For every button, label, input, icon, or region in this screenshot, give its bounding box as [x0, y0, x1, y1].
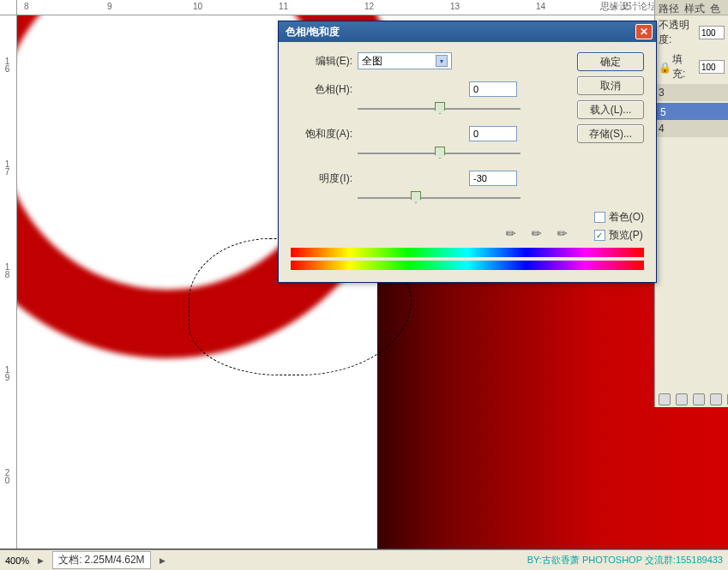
tab-path[interactable]: 路径 — [659, 2, 679, 13]
layer-badge: 3 — [659, 87, 665, 99]
edit-label: 编辑(E): — [291, 54, 352, 69]
dialog-title: 色相/饱和度 — [282, 25, 340, 39]
dialog-body: 编辑(E): 全图 ▾ 色相(H): 饱和度(A): 明度(I): — [279, 42, 656, 282]
hue-bar-bottom — [291, 261, 644, 270]
hue-saturation-dialog: 色相/饱和度 ✕ 编辑(E): 全图 ▾ 色相(H): 饱和度(A): — [278, 21, 657, 283]
checkbox-group: 着色(O) ✓ 预览(P) — [594, 210, 644, 246]
eyedropper-icon[interactable]: ✎ — [500, 222, 521, 243]
fx-icon[interactable] — [676, 393, 688, 405]
layer-row[interactable]: 4 — [655, 120, 728, 137]
opacity-label: 不透明度: — [659, 18, 695, 47]
ok-button[interactable]: 确定 — [577, 52, 644, 71]
ruler-tick: 16 — [3, 57, 12, 72]
load-button[interactable]: 载入(L)... — [577, 100, 644, 119]
ruler-tick: 8 — [24, 2, 29, 11]
saturation-input[interactable] — [469, 126, 517, 141]
ruler-vertical: 16 17 18 19 20 — [0, 15, 17, 549]
hue-input[interactable] — [469, 81, 517, 97]
triangle-icon[interactable]: ▶ — [38, 556, 44, 565]
save-button[interactable]: 存储(S)... — [577, 124, 644, 143]
colorize-label: 着色(O) — [609, 210, 644, 225]
ruler-tick: 17 — [3, 159, 12, 175]
preview-checkbox[interactable]: ✓ — [594, 230, 605, 241]
preview-check-row[interactable]: ✓ 预览(P) — [594, 228, 644, 243]
zoom-level[interactable]: 400% — [5, 555, 29, 566]
ruler-tick: 10 — [193, 2, 202, 11]
dialog-titlebar[interactable]: 色相/饱和度 ✕ — [279, 21, 656, 42]
hue-spectrum — [291, 248, 644, 270]
credit-text: BY:古欲香萧 PHOTOSHOP 交流群:155189433 — [527, 554, 723, 567]
doc-label: 文档: — [58, 554, 81, 566]
opacity-input[interactable] — [699, 26, 725, 39]
eyedropper-group: ✎ ✎ ✎ — [503, 225, 570, 241]
link-icon[interactable] — [659, 393, 671, 405]
ruler-tick: 13 — [450, 2, 460, 11]
layer-badge: 4 — [659, 123, 665, 135]
button-column: 确定 取消 载入(L)... 存储(S)... — [577, 52, 644, 143]
cancel-button[interactable]: 取消 — [577, 76, 644, 95]
fill-input[interactable] — [699, 60, 725, 74]
panel-icon-row — [659, 393, 728, 405]
ruler-tick: 11 — [279, 2, 288, 11]
close-button[interactable]: ✕ — [635, 24, 653, 39]
triangle-icon[interactable]: ▶ — [159, 556, 165, 565]
hue-bar-top — [291, 248, 644, 257]
slider-thumb[interactable] — [411, 191, 421, 203]
ruler-tick: 20 — [3, 468, 12, 483]
panel-tabs: 路径 样式 色 — [655, 0, 728, 15]
preview-label: 预览(P) — [609, 228, 643, 243]
edit-select[interactable]: 全图 ▾ — [358, 52, 452, 69]
lightness-label: 明度(I): — [291, 171, 352, 186]
slider-track — [358, 197, 520, 199]
saturation-label: 饱和度(A): — [291, 127, 352, 141]
tab-color[interactable]: 色 — [710, 2, 720, 13]
lock-icon: 🔒 — [659, 62, 669, 72]
right-panel: 路径 样式 色 不透明度: 🔒 填充: 3 5 4 — [654, 0, 728, 407]
eyedropper-subtract-icon[interactable]: ✎ — [551, 222, 573, 243]
lightness-input[interactable] — [469, 171, 517, 186]
layer-badge: 5 — [660, 106, 666, 118]
ruler-tick: 12 — [364, 2, 374, 11]
colorize-check-row[interactable]: 着色(O) — [594, 210, 644, 225]
lightness-row: 明度(I): — [291, 171, 644, 186]
mask-icon[interactable] — [693, 393, 705, 405]
doc-value: 2.25M/4.62M — [85, 554, 145, 566]
saturation-slider[interactable] — [358, 147, 520, 160]
colorize-checkbox[interactable] — [594, 212, 605, 223]
opacity-row: 不透明度: — [655, 15, 728, 50]
tab-style[interactable]: 样式 — [684, 2, 705, 13]
ruler-tick: 14 — [536, 2, 545, 11]
ruler-tick: 19 — [3, 365, 12, 381]
hue-slider[interactable] — [358, 102, 520, 116]
edit-value: 全图 — [362, 54, 382, 69]
hue-label: 色相(H): — [291, 82, 352, 97]
fill-row: 🔒 填充: — [655, 50, 728, 84]
chevron-down-icon: ▾ — [436, 55, 448, 67]
ruler-corner — [0, 0, 17, 15]
layer-row[interactable]: 3 — [655, 84, 728, 101]
ruler-tick: 18 — [3, 262, 12, 278]
eyedropper-add-icon[interactable]: ✎ — [526, 222, 547, 243]
layer-row-selected[interactable]: 5 — [655, 103, 728, 120]
adjust-icon[interactable] — [710, 393, 722, 405]
slider-thumb[interactable] — [435, 147, 445, 159]
lightness-slider[interactable] — [358, 191, 520, 205]
fill-label: 填充: — [672, 52, 695, 81]
slider-thumb[interactable] — [435, 102, 445, 114]
ruler-tick: 9 — [107, 2, 112, 11]
doc-info[interactable]: 文档: 2.25M/4.62M — [52, 551, 150, 569]
